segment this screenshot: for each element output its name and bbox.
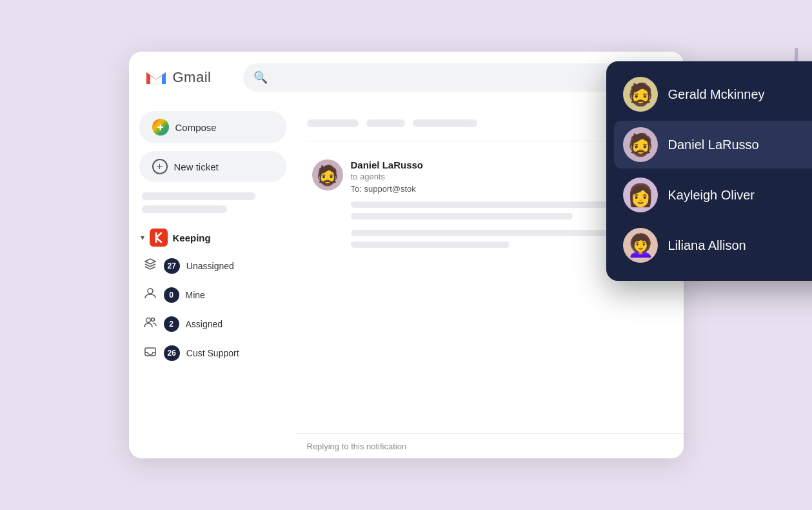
body-line-2 (351, 213, 573, 219)
sidebar-item-mine[interactable]: 0 Mine (139, 282, 286, 307)
assigned-label: Assigned (186, 319, 223, 329)
keeping-header: ▾ Keeping (139, 226, 286, 249)
body-line-4 (351, 241, 510, 248)
search-bar[interactable]: 🔍 (243, 63, 626, 92)
agents-panel: 🧔 Gerald Mckinney 🧔 Daniel LaRusso 👩 Kay… (606, 61, 813, 281)
svg-point-3 (151, 318, 154, 321)
body-line-3 (351, 230, 637, 236)
new-ticket-icon: + (152, 159, 168, 174)
keeping-logo (150, 229, 168, 247)
gmail-sidebar: + Compose + New ticket ▾ (129, 103, 297, 458)
new-ticket-button[interactable]: + New ticket (139, 151, 286, 182)
gmail-topbar: Gmail 🔍 🎅 (129, 52, 684, 103)
sidebar-item-assigned[interactable]: 2 Assigned (139, 311, 286, 336)
sidebar-item-unassigned[interactable]: 27 Unassigned (139, 253, 286, 278)
placeholder-line-1 (142, 192, 255, 200)
agent-name-daniel: Daniel LaRusso (668, 138, 759, 152)
agent-item-gerald[interactable]: 🧔 Gerald Mckinney (614, 70, 813, 118)
svg-point-1 (148, 289, 153, 294)
new-ticket-label: New ticket (174, 161, 219, 172)
sidebar-item-cust-support[interactable]: 26 Cust Support (139, 340, 286, 365)
agent-avatar-gerald: 🧔 (623, 77, 658, 112)
agent-name-gerald: Gerald Mckinney (668, 87, 765, 102)
agent-item-kayleigh[interactable]: 👩 Kayleigh Oliver (614, 171, 813, 219)
compose-label: Compose (175, 122, 217, 133)
compose-button[interactable]: + Compose (139, 111, 286, 143)
layers-icon (143, 258, 157, 274)
agent-avatar-daniel: 🧔 (623, 127, 658, 162)
keeping-logo-svg (153, 232, 164, 243)
sender-avatar: 🧔 (312, 159, 343, 190)
toolbar-placeholder-1 (307, 119, 359, 127)
notification-text: Replying to this notification (307, 442, 407, 451)
agent-avatar-liliana: 👩‍🦱 (623, 228, 658, 263)
outer-container: Gmail 🔍 🎅 + Compose + New ticket (52, 29, 761, 481)
gmail-title: Gmail (173, 69, 212, 86)
inbox-icon (143, 345, 157, 361)
keeping-label: Keeping (173, 232, 211, 243)
keeping-section: ▾ Keeping (139, 226, 286, 365)
notification-bar: Replying to this notification (297, 433, 684, 458)
gmail-logo-icon (144, 66, 168, 89)
compose-plus-icon: + (152, 119, 169, 136)
mine-label: Mine (186, 290, 205, 300)
cust-support-badge: 26 (164, 345, 180, 361)
gmail-logo: Gmail (144, 66, 212, 89)
gmail-main: + Compose + New ticket ▾ (129, 103, 684, 458)
agent-name-liliana: Liliana Allison (668, 238, 746, 253)
svg-point-2 (146, 318, 150, 323)
agent-item-liliana[interactable]: 👩‍🦱 Liliana Allison (614, 221, 813, 269)
agent-item-daniel[interactable]: 🧔 Daniel LaRusso (614, 121, 813, 168)
people-icon (143, 316, 157, 332)
toolbar-placeholder-2 (366, 119, 405, 127)
mine-badge: 0 (164, 287, 179, 303)
body-line-1 (351, 201, 637, 208)
search-icon: 🔍 (253, 70, 268, 85)
unassigned-label: Unassigned (186, 261, 234, 271)
toolbar-placeholder-3 (413, 119, 477, 127)
agent-name-kayleigh: Kayleigh Oliver (668, 188, 755, 203)
gmail-window: Gmail 🔍 🎅 + Compose + New ticket (129, 52, 684, 458)
person-icon (143, 287, 157, 303)
chevron-icon: ▾ (141, 233, 144, 242)
placeholder-lines (139, 192, 286, 213)
cust-support-label: Cust Support (186, 348, 239, 358)
assigned-badge: 2 (164, 316, 179, 332)
placeholder-line-2 (142, 205, 227, 213)
unassigned-badge: 27 (164, 258, 180, 274)
agent-avatar-kayleigh: 👩 (623, 178, 658, 212)
